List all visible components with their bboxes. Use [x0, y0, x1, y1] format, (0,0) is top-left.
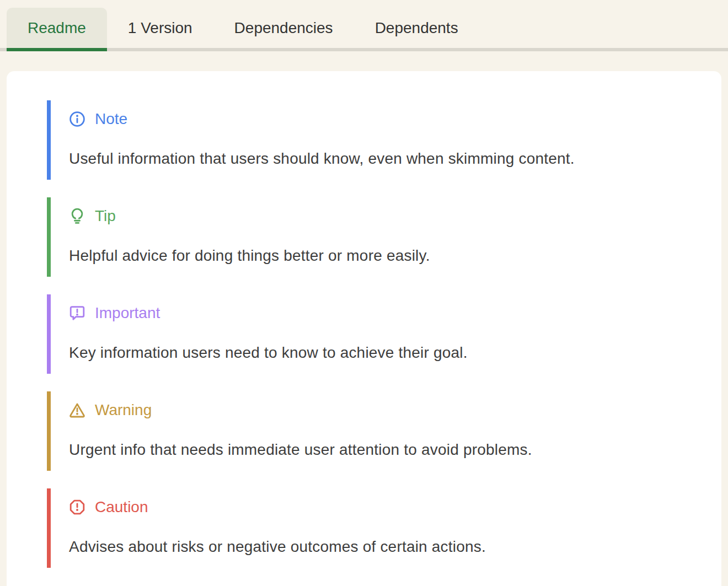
alert-tip: Tip Helpful advice for doing things bett… — [47, 197, 695, 277]
alert-important-title: Important — [69, 304, 695, 322]
alert-note: Note Useful information that users shoul… — [47, 100, 695, 180]
alert-important-text: Key information users need to know to ac… — [69, 343, 695, 362]
alert-warning: Warning Urgent info that needs immediate… — [47, 391, 695, 471]
tab-bar: Readme 1 Version Dependencies Dependents — [0, 0, 728, 51]
alert-note-label: Note — [95, 110, 127, 128]
readme-panel: Note Useful information that users shoul… — [7, 71, 721, 586]
alert-tip-label: Tip — [95, 207, 116, 225]
alert-important: Important Key information users need to … — [47, 294, 695, 374]
tab-versions[interactable]: 1 Version — [107, 8, 213, 48]
alert-warning-text: Urgent info that needs immediate user at… — [69, 440, 695, 459]
alert-note-text: Useful information that users should kno… — [69, 149, 695, 168]
alert-triangle-icon — [69, 402, 85, 418]
alert-note-title: Note — [69, 110, 695, 128]
tab-dependents[interactable]: Dependents — [354, 8, 479, 48]
alert-caution: Caution Advises about risks or negative … — [47, 488, 695, 568]
tab-dependencies[interactable]: Dependencies — [213, 8, 354, 48]
tab-readme[interactable]: Readme — [7, 8, 107, 48]
alert-caution-text: Advises about risks or negative outcomes… — [69, 537, 695, 556]
stop-octagon-exclamation-icon — [69, 499, 85, 515]
alert-important-label: Important — [95, 304, 160, 322]
speech-bubble-exclamation-icon — [69, 305, 85, 321]
alert-caution-label: Caution — [95, 498, 148, 517]
alert-caution-title: Caution — [69, 498, 695, 517]
alert-warning-title: Warning — [69, 401, 695, 420]
alert-warning-label: Warning — [95, 401, 152, 420]
lightbulb-icon — [69, 208, 85, 224]
alert-tip-title: Tip — [69, 207, 695, 225]
info-icon — [69, 111, 85, 127]
alert-tip-text: Helpful advice for doing things better o… — [69, 246, 695, 265]
